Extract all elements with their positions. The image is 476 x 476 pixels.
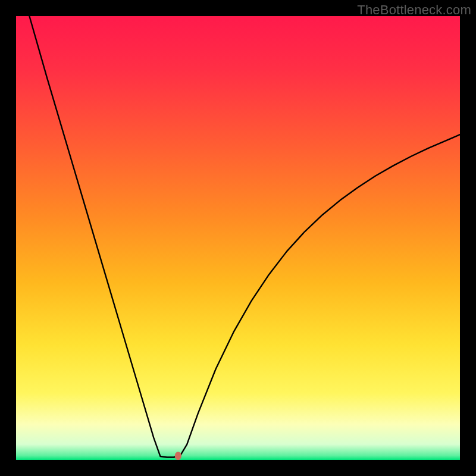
chart-svg <box>16 16 460 460</box>
chart-outer: TheBottleneck.com <box>0 0 476 476</box>
gradient-background <box>16 16 460 460</box>
plot-area <box>16 16 460 460</box>
minimum-marker <box>175 452 181 460</box>
